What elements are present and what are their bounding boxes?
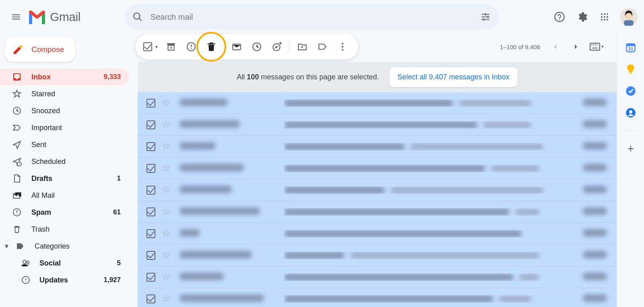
move-to-button[interactable] [292,37,312,57]
svg-rect-32 [597,45,597,46]
nav-sent[interactable]: Sent [0,136,129,153]
row-checkbox[interactable] [147,251,155,260]
contacts-app[interactable] [624,106,637,119]
mark-unread-button[interactable] [227,37,247,57]
chevron-left-icon [551,42,559,51]
next-page-button[interactable] [566,37,586,57]
chevron-down-icon: ▾ [5,242,12,251]
row-checkbox[interactable] [147,186,155,195]
star-button[interactable] [162,294,171,304]
nav-important[interactable]: Important [0,119,129,136]
star-button[interactable] [162,98,171,108]
nav-inbox[interactable]: Inbox 9,333 [0,68,129,85]
subject-cell [284,187,578,194]
star-button[interactable] [162,164,171,173]
select-all-in-inbox-button[interactable]: Select all 9,407 messages in Inbox [390,67,518,87]
star-button[interactable] [162,251,171,260]
account-avatar[interactable] [620,8,638,26]
logo[interactable]: Gmail [27,10,80,24]
nav-spam[interactable]: Spam 61 [0,204,129,221]
header-actions [550,7,638,27]
select-all-checkbox[interactable]: ▼ [141,37,161,57]
star-button[interactable] [162,142,171,151]
row-checkbox[interactable] [147,99,155,108]
email-row[interactable] [138,223,617,245]
star-icon [11,88,23,100]
time-cell [578,164,607,173]
settings-button[interactable] [572,7,592,27]
checked-icon [143,42,152,51]
email-row[interactable] [138,245,617,266]
row-checkbox[interactable] [147,164,155,173]
search-button[interactable] [128,7,147,27]
mail-stack-icon [11,190,23,201]
nav-allmail[interactable]: All Mail [0,187,129,204]
row-checkbox[interactable] [147,120,155,129]
email-row[interactable] [138,158,617,179]
support-button[interactable] [550,7,569,27]
email-row[interactable] [138,114,617,136]
nav-trash[interactable]: Trash [0,221,129,238]
time-cell [578,120,607,129]
snooze-button[interactable] [247,37,267,57]
row-checkbox[interactable] [147,207,155,216]
email-row[interactable] [138,201,617,223]
star-button[interactable] [162,229,171,239]
email-row[interactable] [138,288,617,307]
email-row[interactable] [138,266,617,288]
keep-icon [625,64,636,75]
email-row[interactable] [138,179,617,201]
keep-app[interactable] [624,63,637,76]
email-row[interactable] [138,136,617,158]
chevron-right-icon [572,42,580,51]
sender-cell [180,142,260,151]
nav-drafts[interactable]: Drafts 1 [0,170,129,187]
svg-point-2 [604,13,605,15]
labels-button[interactable] [312,37,332,57]
nav-starred[interactable]: Starred [0,85,129,102]
prev-page-button[interactable] [545,37,565,57]
svg-point-6 [607,16,608,18]
apps-button[interactable] [595,7,614,27]
row-checkbox[interactable] [147,142,155,151]
star-button[interactable] [162,185,171,195]
row-checkbox[interactable] [147,273,155,282]
row-checkbox[interactable] [147,295,155,303]
search-options-button[interactable] [476,7,495,27]
main-menu-button[interactable] [6,7,26,27]
get-addons-button[interactable] [624,142,637,155]
svg-point-3 [607,13,608,15]
time-cell [578,273,607,282]
mail-unread-icon [231,41,242,52]
pencil-icon [12,44,24,56]
nav-updates[interactable]: Updates 1,927 [0,272,129,288]
subject-cell [284,208,578,216]
nav-social[interactable]: Social 5 [0,255,129,272]
sender-cell [180,229,260,238]
subject-cell [284,100,578,107]
svg-point-26 [342,46,343,48]
search-icon [132,12,143,22]
add-to-tasks-button[interactable] [267,37,287,57]
more-button[interactable] [332,37,353,57]
delete-button[interactable] [201,37,221,57]
star-button[interactable] [162,120,171,130]
star-button[interactable] [162,207,171,217]
input-tools-button[interactable]: ▼ [587,37,607,57]
compose-label: Compose [31,45,64,54]
snooze-icon [252,41,262,52]
calendar-app[interactable]: 31 [624,41,637,54]
archive-button[interactable] [161,37,181,57]
nav-categories[interactable]: ▾ Categories [0,238,129,255]
nav-scheduled[interactable]: Scheduled [0,153,129,170]
compose-button[interactable]: Compose [5,37,75,62]
subject-cell [284,143,578,150]
search-input[interactable] [147,12,476,22]
svg-point-27 [342,49,343,50]
star-button[interactable] [162,272,171,282]
tasks-app[interactable] [624,85,637,97]
nav-snoozed[interactable]: Snoozed [0,102,129,119]
clock-icon [11,105,23,116]
email-row[interactable] [138,92,617,114]
row-checkbox[interactable] [147,229,155,238]
